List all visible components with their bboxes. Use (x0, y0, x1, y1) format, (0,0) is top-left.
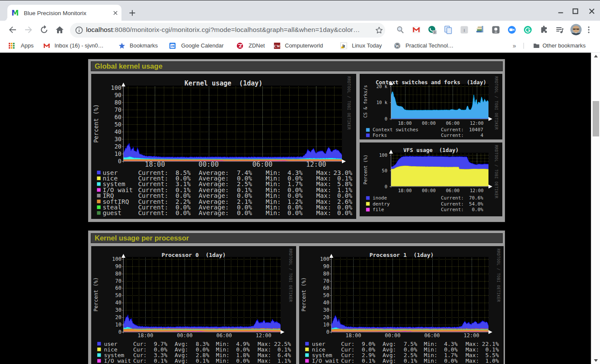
extensions-puzzle-icon[interactable] (539, 25, 549, 35)
svg-text:Forks: Forks (373, 133, 387, 138)
graph-vfs-usage[interactable]: 05010018:0000:0006:0012:00VFS usage (1da… (360, 142, 502, 216)
profile-avatar[interactable] (570, 24, 582, 35)
back-icon[interactable] (6, 24, 19, 36)
svg-text:Processor 1 (1day): Processor 1 (1day) (370, 252, 434, 258)
browser-toolbar: localhost:8080/monitorix-cgi/monitorix.c… (0, 21, 600, 39)
svg-text:0: 0 (118, 329, 121, 335)
svg-text:06:00: 06:00 (446, 120, 460, 126)
svg-text:60: 60 (323, 285, 329, 291)
svg-text:80: 80 (115, 271, 121, 277)
svg-text:I/O wait: I/O wait (312, 358, 339, 364)
tab-close-icon[interactable] (112, 9, 119, 16)
svg-text:70: 70 (323, 278, 329, 284)
graph-kernel-usage[interactable]: 010203040506070809010018:0000:0006:0012:… (91, 74, 356, 219)
bookmark-label: Bookmarks (130, 42, 158, 49)
svg-text:Percent (%): Percent (%) (363, 155, 368, 185)
books-extension-icon[interactable] (475, 25, 485, 35)
svg-text:12:00: 12:00 (306, 161, 326, 168)
bookmark-label: Apps (21, 42, 34, 49)
svg-text:50: 50 (115, 292, 121, 298)
page-scrollbar (591, 53, 600, 364)
zoom-extension-icon[interactable] (507, 25, 517, 35)
svg-text:90: 90 (115, 92, 121, 98)
svg-text:RRDTOOL / TOBI OETIKER: RRDTOOL / TOBI OETIKER (494, 76, 498, 130)
svg-text:0.0%: 0.0% (287, 209, 303, 216)
close-button[interactable] (588, 8, 595, 15)
svg-text:guest: guest (102, 209, 121, 216)
disabled-extension-icon[interactable]: ƚ (460, 25, 469, 35)
svg-text:1.0%: 1.0% (485, 358, 499, 364)
new-tab-button[interactable] (128, 9, 137, 17)
scroll-up-arrow[interactable] (591, 53, 600, 60)
reload-icon[interactable] (38, 24, 50, 36)
maximize-button[interactable] (572, 8, 579, 15)
copy-pages-extension-icon[interactable] (444, 25, 453, 35)
svg-text:Percent (%): Percent (%) (301, 277, 307, 311)
svg-text:10: 10 (115, 150, 121, 157)
svg-text:I/O wait: I/O wait (104, 358, 131, 364)
tab-blue-precision-monitorix[interactable]: M Blue Precision Monitorix (7, 5, 121, 21)
scrollbar-thumb[interactable] (593, 101, 599, 136)
scroll-down-arrow[interactable] (591, 357, 600, 364)
svg-text:0: 0 (385, 116, 387, 121)
graph-processor-0[interactable]: 010203040506070809010018:0000:0006:0012:… (91, 246, 296, 364)
grammarly-extension-icon[interactable] (523, 25, 533, 35)
browser-window: M Blue Precision Monitorix (0, 0, 600, 364)
svg-text:Cur:: Cur: (341, 358, 354, 364)
voice-extension-icon[interactable]: ? (428, 25, 437, 35)
svg-text:28: 28 (171, 44, 174, 48)
search-extension-icon[interactable] (396, 25, 405, 35)
svg-text:12:00: 12:00 (470, 120, 484, 126)
svg-text:0.1%: 0.1% (196, 358, 209, 364)
svg-text:90: 90 (323, 263, 329, 269)
svg-text:70: 70 (115, 106, 121, 113)
gmail-extension-icon[interactable] (412, 25, 421, 35)
wordpress-icon: W (394, 42, 401, 49)
svg-text:00:00: 00:00 (385, 332, 400, 339)
svg-text:40: 40 (323, 300, 329, 306)
svg-text:RRDTOOL / TOBI OETIKER: RRDTOOL / TOBI OETIKER (494, 145, 498, 199)
svg-text:60: 60 (115, 114, 121, 120)
svg-text:50: 50 (115, 121, 121, 128)
page-info-icon[interactable] (75, 26, 83, 35)
svg-text:dentry: dentry (373, 201, 390, 207)
minimize-button[interactable] (557, 8, 564, 15)
folder-icon (533, 42, 540, 49)
svg-text:0.0%: 0.0% (176, 209, 191, 216)
chrome-menu-icon[interactable] (585, 25, 592, 35)
lamp-extension-icon[interactable] (491, 25, 501, 35)
svg-text:Max:: Max: (258, 358, 271, 364)
bookmark-label: Inbox (16) - sjvn0… (54, 42, 103, 49)
svg-text:30: 30 (323, 307, 329, 313)
svg-text:70.6%: 70.6% (469, 195, 483, 201)
home-icon[interactable] (54, 24, 66, 36)
svg-text:00:00: 00:00 (422, 188, 436, 193)
svg-text:54.0%: 54.0% (469, 201, 483, 207)
url-text[interactable]: localhost:8080/monitorix-cgi/monitorix.c… (86, 26, 376, 34)
svg-text:30: 30 (115, 136, 121, 142)
svg-text:lt: lt (342, 44, 345, 48)
playlist-extension-icon[interactable] (555, 25, 565, 35)
section-title-global-kernel-usage: Global kernel usage (91, 61, 503, 71)
svg-text:W: W (395, 44, 399, 48)
address-bar[interactable]: localhost:8080/monitorix-cgi/monitorix.c… (70, 23, 385, 38)
svg-text:06:00: 06:00 (446, 188, 460, 193)
svg-text:Avg:: Avg: (383, 358, 396, 364)
bookmark-star-icon[interactable] (375, 26, 383, 34)
graph-processor-1[interactable]: 010203040506070809010018:0000:0006:0012:… (299, 246, 504, 364)
svg-text:CS & forks/s: CS & forks/s (363, 85, 368, 118)
svg-text:30: 30 (115, 307, 121, 313)
svg-text:Current:: Current: (138, 209, 168, 216)
svg-text:Kernel usage (1day): Kernel usage (1day) (185, 79, 263, 87)
svg-text:Context switches: Context switches (373, 127, 418, 133)
svg-text:Current:: Current: (441, 201, 464, 207)
svg-text:0.1%: 0.1% (154, 358, 167, 364)
svg-text:90: 90 (115, 263, 121, 269)
svg-text:0: 0 (326, 329, 329, 335)
svg-text:00:00: 00:00 (177, 332, 192, 339)
forward-icon[interactable] (22, 24, 35, 36)
graph-context-switches[interactable]: 010 k20 k18:0000:0006:0012:00Context swi… (360, 74, 502, 139)
svg-text:0.0%: 0.0% (337, 209, 352, 216)
favicon-letter: M (12, 9, 19, 17)
svg-text:Min:: Min: (266, 209, 281, 216)
